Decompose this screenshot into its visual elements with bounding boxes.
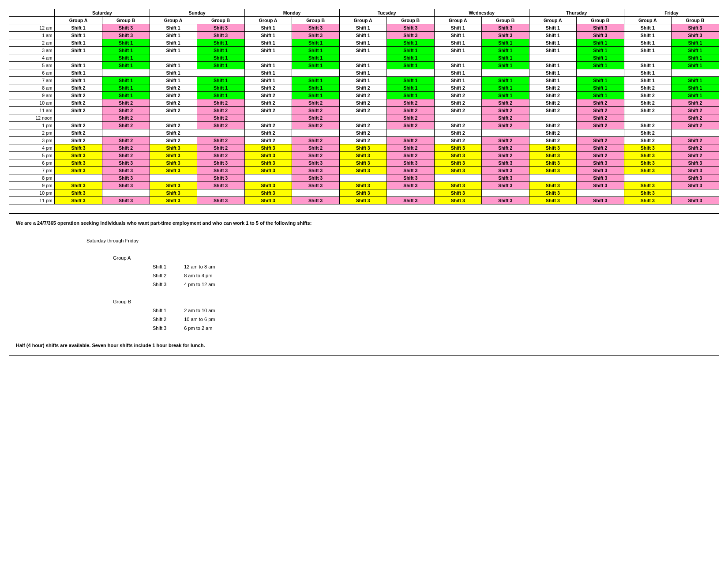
shift-cell: Shift 1 (434, 69, 481, 77)
shift-cell: Shift 2 (387, 144, 434, 152)
shift-cell: Shift 2 (529, 99, 576, 107)
shift-cell: Shift 3 (529, 189, 576, 197)
shift-cell (671, 69, 719, 77)
shift-cell (150, 114, 197, 122)
shift-cell (671, 189, 719, 197)
shift-cell: Shift 2 (102, 137, 150, 144)
sunday-header: Sunday (150, 9, 244, 17)
shift-cell: Shift 1 (576, 92, 624, 99)
shift-cell: Shift 2 (529, 107, 576, 114)
shift-cell: Shift 1 (671, 54, 719, 62)
shift-cell (102, 189, 150, 197)
shift-cell: Shift 3 (150, 159, 197, 167)
shift-cell: Shift 3 (624, 182, 671, 189)
sat-group-a: Group A (55, 17, 102, 24)
shift-cell: Shift 3 (434, 167, 481, 174)
tuesday-header: Tuesday (339, 9, 434, 17)
fri-group-a: Group A (624, 17, 671, 24)
shift-cell (55, 174, 102, 182)
shift-cell (434, 114, 481, 122)
shift-cell: Shift 3 (529, 152, 576, 159)
shift-cell: Shift 3 (481, 167, 529, 174)
shift-cell: Shift 2 (197, 144, 244, 152)
shift-cell: Shift 3 (55, 189, 102, 197)
shift-cell (387, 129, 434, 137)
shift-cell: Shift 1 (197, 62, 244, 69)
shift-cell: Shift 3 (624, 159, 671, 167)
shift-cell: Shift 1 (150, 24, 197, 32)
shift-cell: Shift 3 (624, 189, 671, 197)
shift-cell: Shift 1 (150, 69, 197, 77)
shift-cell: Shift 3 (197, 159, 244, 167)
shift-cell: Shift 1 (387, 39, 434, 47)
shift-cell: Shift 2 (55, 137, 102, 144)
shift-cell: Shift 2 (292, 137, 339, 144)
shift-cell: Shift 3 (150, 167, 197, 174)
shift-cell: Shift 2 (55, 84, 102, 92)
shift-cell: Shift 1 (624, 69, 671, 77)
shift-cell: Shift 2 (244, 107, 292, 114)
time-cell: 12 am (9, 24, 55, 32)
time-cell: 7 pm (9, 167, 55, 174)
time-cell: 12 noon (9, 114, 55, 122)
time-cell: 5 am (9, 62, 55, 69)
shift-cell: Shift 2 (624, 107, 671, 114)
shift-cell: Shift 3 (102, 197, 150, 204)
shift-cell: Shift 3 (292, 167, 339, 174)
shift-cell: Shift 1 (671, 39, 719, 47)
shift-cell: Shift 1 (102, 84, 150, 92)
shift-cell: Shift 2 (434, 92, 481, 99)
mon-group-a: Group A (244, 17, 292, 24)
group-b-label: Group B (113, 298, 712, 306)
shift-cell: Shift 2 (292, 114, 339, 122)
shift-cell: Shift 2 (339, 92, 387, 99)
shift-cell: Shift 3 (292, 24, 339, 32)
shift-cell: Shift 3 (55, 152, 102, 159)
shift-cell: Shift 3 (197, 32, 244, 39)
shift-cell: Shift 1 (292, 47, 339, 54)
shift-cell: Shift 2 (624, 137, 671, 144)
shift-cell: Shift 3 (197, 182, 244, 189)
shift-cell: Shift 1 (624, 47, 671, 54)
shift-cell: Shift 2 (671, 99, 719, 107)
shift-cell (529, 174, 576, 182)
shift-cell: Shift 1 (55, 47, 102, 54)
shift-cell: Shift 1 (55, 69, 102, 77)
group-b-shift2: Shift 210 am to 6 pm (153, 315, 712, 324)
shift-cell: Shift 2 (102, 114, 150, 122)
shift-cell: Shift 2 (150, 107, 197, 114)
time-cell: 11 pm (9, 197, 55, 204)
shift-cell (339, 54, 387, 62)
shift-cell (529, 114, 576, 122)
shift-cell (244, 54, 292, 62)
shift-cell: Shift 1 (339, 32, 387, 39)
shift-cell: Shift 1 (434, 24, 481, 32)
shift-cell: Shift 2 (576, 122, 624, 129)
shift-cell: Shift 3 (339, 167, 387, 174)
shift-cell: Shift 3 (624, 152, 671, 159)
shift-cell: Shift 3 (102, 182, 150, 189)
shift-cell: Shift 2 (624, 92, 671, 99)
shift-cell: Shift 2 (387, 114, 434, 122)
group-a-shift2: Shift 28 am to 4 pm (153, 272, 712, 280)
group-a-shift1: Shift 112 am to 8 am (153, 263, 712, 272)
shift-cell: Shift 3 (387, 197, 434, 204)
shift-cell: Shift 1 (55, 24, 102, 32)
shift-cell: Shift 2 (339, 107, 387, 114)
shift-cell: Shift 3 (339, 189, 387, 197)
shift-cell: Shift 2 (150, 92, 197, 99)
shift-cell: Shift 3 (292, 32, 339, 39)
time-cell: 10 pm (9, 189, 55, 197)
thu-group-a: Group A (529, 17, 576, 24)
monday-header: Monday (244, 9, 339, 17)
shift-cell: Shift 3 (671, 174, 719, 182)
shift-cell: Shift 2 (387, 99, 434, 107)
shift-cell: Shift 2 (671, 137, 719, 144)
shift-cell: Shift 3 (339, 197, 387, 204)
shift-cell (671, 129, 719, 137)
shift-cell: Shift 1 (244, 69, 292, 77)
sun-group-b: Group B (197, 17, 244, 24)
mon-group-b: Group B (292, 17, 339, 24)
shift-cell: Shift 2 (244, 129, 292, 137)
shift-cell: Shift 1 (197, 77, 244, 84)
